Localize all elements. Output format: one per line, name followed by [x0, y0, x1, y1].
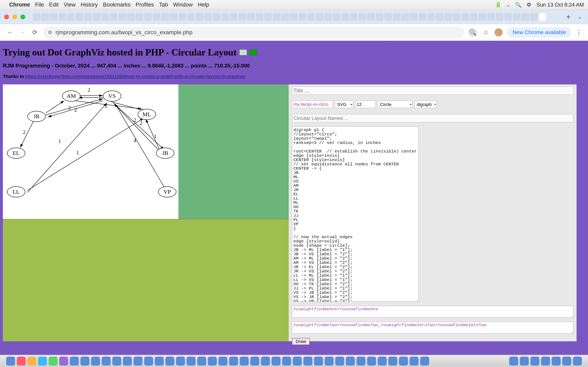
dock-app-icon[interactable]: [346, 357, 355, 366]
dock-app-icon[interactable]: [59, 357, 68, 366]
back-button[interactable]: ←: [6, 28, 14, 36]
browser-tab[interactable]: [264, 13, 272, 21]
browser-tab[interactable]: [256, 13, 263, 21]
draw-button[interactable]: Draw: [292, 338, 310, 345]
wifi-icon[interactable]: ⌵: [507, 2, 510, 8]
dock-app-icon[interactable]: [240, 357, 249, 366]
browser-tab[interactable]: [247, 13, 255, 21]
bookmark-star-icon[interactable]: ☆: [481, 28, 490, 37]
new-tab-button[interactable]: +: [566, 13, 571, 21]
dock-app-icon[interactable]: [6, 357, 15, 366]
browser-tab[interactable]: [419, 13, 426, 21]
browser-tab[interactable]: [153, 13, 160, 21]
dock-app-icon[interactable]: [282, 357, 291, 366]
browser-tab[interactable]: [359, 13, 366, 21]
zoom-icon[interactable]: 🔍: [468, 28, 477, 37]
dock-app-icon[interactable]: [165, 357, 174, 366]
browser-tab[interactable]: [230, 13, 238, 21]
browser-tab[interactable]: [161, 13, 169, 21]
dock-app-icon[interactable]: [314, 357, 323, 366]
replace-line-1[interactable]: [292, 306, 573, 318]
format-select[interactable]: SVG: [335, 101, 353, 108]
dock-app-icon[interactable]: [520, 357, 529, 366]
browser-tab[interactable]: [479, 13, 486, 21]
dock-app-icon[interactable]: [303, 357, 312, 366]
dock-app-icon[interactable]: [123, 357, 132, 366]
dock-app-icon[interactable]: [27, 357, 36, 366]
browser-tab[interactable]: [33, 13, 40, 21]
browser-tab[interactable]: [50, 13, 58, 21]
browser-tab[interactable]: [470, 13, 478, 21]
browser-tab[interactable]: [316, 13, 323, 21]
browser-tab[interactable]: [178, 13, 186, 21]
forward-button[interactable]: →: [18, 28, 26, 36]
menu-tab[interactable]: Tab: [159, 2, 168, 8]
browser-tab[interactable]: [170, 13, 178, 21]
browser-tab[interactable]: [101, 13, 109, 21]
menu-view[interactable]: View: [64, 2, 76, 8]
dock-app-icon[interactable]: [356, 357, 365, 366]
browser-tab[interactable]: [401, 13, 409, 21]
dock-app-icon[interactable]: [218, 357, 227, 366]
browser-tab[interactable]: [213, 13, 221, 21]
dock-app-icon[interactable]: [17, 357, 26, 366]
browser-tab[interactable]: [521, 13, 529, 21]
tab-overflow-button[interactable]: ⌄: [576, 13, 584, 21]
browser-tab[interactable]: [290, 13, 298, 21]
engine-select[interactable]: digraph: [415, 101, 437, 108]
dock-app-icon[interactable]: [293, 357, 302, 366]
dock-app-icon[interactable]: [208, 357, 217, 366]
reload-button[interactable]: ⟳: [31, 28, 39, 36]
menu-file[interactable]: File: [35, 2, 44, 8]
chrome-update-button[interactable]: New Chrome available: [507, 27, 571, 38]
thanks-link[interactable]: https://stackoverflow.com/questions/7253…: [25, 74, 245, 79]
window-traffic-lights[interactable]: [4, 15, 25, 19]
browser-tab[interactable]: [350, 13, 358, 21]
maximize-window-icon[interactable]: [20, 15, 25, 19]
control-center-icon[interactable]: ⚙: [527, 2, 531, 8]
browser-tab[interactable]: [487, 13, 495, 21]
browser-tab[interactable]: [93, 13, 100, 21]
app-name[interactable]: Chrome: [9, 2, 30, 8]
dock-app-icon[interactable]: [261, 357, 270, 366]
profile-avatar[interactable]: [494, 28, 503, 36]
browser-tab[interactable]: [530, 13, 538, 21]
dock-app-icon[interactable]: [134, 357, 143, 366]
browser-tab[interactable]: [453, 13, 461, 21]
title-input[interactable]: [292, 86, 573, 95]
browser-tab[interactable]: [281, 13, 289, 21]
dock-app-icon[interactable]: [112, 357, 121, 366]
browser-tab[interactable]: [110, 13, 118, 21]
browser-tab[interactable]: [204, 13, 212, 21]
dock-app-icon[interactable]: [80, 357, 89, 366]
menu-help[interactable]: Help: [198, 2, 209, 8]
browser-tab[interactable]: [196, 13, 203, 21]
browser-tab[interactable]: [221, 13, 229, 21]
dock-app-icon[interactable]: [102, 357, 111, 366]
browser-tab[interactable]: [376, 13, 383, 21]
browser-tab-active[interactable]: [539, 13, 546, 21]
browser-tab[interactable]: [427, 13, 435, 21]
browser-tab[interactable]: [367, 13, 375, 21]
replace-line-2[interactable]: [292, 322, 573, 334]
dock-app-icon[interactable]: [530, 357, 539, 366]
browser-tab[interactable]: [84, 13, 92, 21]
browser-tab[interactable]: [513, 13, 521, 21]
dock-app-icon[interactable]: [541, 357, 550, 366]
menu-window[interactable]: Window: [173, 2, 193, 8]
dock-app-icon[interactable]: [250, 357, 259, 366]
battery-icon[interactable]: 🔋: [495, 2, 502, 8]
browser-tab[interactable]: [298, 13, 306, 21]
size-input[interactable]: [355, 101, 376, 108]
dock-app-icon[interactable]: [367, 357, 376, 366]
dock-app-icon[interactable]: [197, 357, 206, 366]
dock-app-icon[interactable]: [562, 357, 571, 366]
chrome-menu-icon[interactable]: ⋮: [576, 29, 582, 36]
dock-app-icon[interactable]: [420, 357, 429, 366]
macos-dock[interactable]: [0, 355, 588, 367]
browser-tab[interactable]: [118, 13, 126, 21]
menu-profiles[interactable]: Profiles: [136, 2, 154, 8]
dock-app-icon[interactable]: [91, 357, 100, 366]
dock-app-icon[interactable]: [70, 357, 79, 366]
names-input[interactable]: [292, 114, 573, 122]
